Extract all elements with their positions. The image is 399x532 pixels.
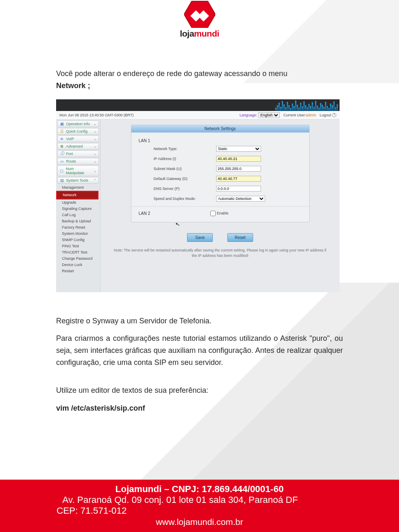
p-editor: Utilize um editor de textos de sua prefe… (56, 384, 343, 397)
current-user-label: Current User: (283, 113, 306, 117)
chevron-down-icon: ⌄ (94, 144, 97, 148)
sub-call-log[interactable]: Call Log (62, 212, 100, 218)
sidebar-item-num-manipulate[interactable]: ▢Num Manipulate⌄ (57, 165, 99, 176)
sub-signaling-capture[interactable]: Signaling Capture (62, 206, 100, 212)
language-select[interactable]: English (258, 112, 280, 118)
subnet-mask-input[interactable] (216, 166, 261, 172)
sub-management[interactable]: Management (62, 185, 100, 191)
sub-backup-upload[interactable]: Backup & Upload (62, 218, 100, 224)
dns-server-input[interactable] (216, 186, 261, 192)
lan1-label: LAN 1 (131, 136, 309, 144)
lan2-label: LAN 2 (131, 211, 150, 216)
sidebar-item-voip[interactable]: ≋VoIP⌄ (57, 135, 99, 142)
network-type-select[interactable]: Static (216, 146, 261, 152)
chevron-down-icon: ⌄ (94, 169, 97, 173)
language-link[interactable]: Language: (239, 113, 257, 117)
default-gateway-label: Default Gateway (D) (154, 177, 216, 181)
sub-system-monitor[interactable]: System Monitor (62, 231, 100, 237)
restart-note: Note: The service will be restarted auto… (101, 248, 340, 259)
ip-address-input[interactable] (216, 156, 261, 162)
speed-duplex-select[interactable]: Automatic Detection (216, 196, 265, 202)
brand-logo: lojamundi (0, 0, 399, 39)
network-type-label: Network Type: (154, 147, 216, 151)
reset-button[interactable]: Reset (227, 233, 253, 242)
footer-company: Lojamundi – CNPJ: 17.869.444/0001-60 (0, 484, 399, 495)
brand-text: lojamundi (0, 29, 399, 39)
lan2-enable-checkbox[interactable] (210, 211, 216, 216)
page-footer: Lojamundi – CNPJ: 17.869.444/0001-60 Av.… (0, 480, 399, 532)
chevron-down-icon: ⌄ (94, 159, 97, 163)
sidebar: ▦Operation Info⌄ ☰Quick Config⌄ ≋VoIP⌄ ✿… (56, 120, 101, 292)
p-vim-command: vim /etc/asterisk/sip.conf (56, 402, 343, 414)
sub-device-lock[interactable]: Device Lock (62, 262, 100, 268)
footer-url: www.lojamundi.com.br (0, 517, 399, 527)
equalizer-icon (275, 100, 338, 111)
sidebar-item-quick-config[interactable]: ☰Quick Config⌄ (57, 128, 99, 135)
sidebar-item-operation-info[interactable]: ▦Operation Info⌄ (57, 121, 99, 127)
sidebar-item-port[interactable]: ⓘPort⌄ (57, 150, 99, 157)
ip-address-label: IP Address (I) (154, 157, 216, 161)
screenshot-network-settings: Mon Jun 08 2015 13:40:50 GMT-0300 (BRT) … (56, 99, 340, 292)
sub-factory-reset[interactable]: Factory Reset (62, 224, 100, 231)
p-asterisk: Para criarmos a configurações neste tuto… (56, 332, 343, 368)
chevron-up-icon: ⌃ (94, 178, 97, 182)
sub-restart[interactable]: Restart (62, 268, 100, 274)
speed-duplex-label: Speed and Duplex Mode: (154, 197, 216, 201)
chevron-down-icon: ⌄ (94, 129, 97, 133)
shot-datetime: Mon Jun 08 2015 13:40:50 GMT-0300 (BRT) (59, 113, 133, 117)
p-register: Registre o Synway a um Servidor de Telef… (56, 315, 343, 327)
sub-tracert-test[interactable]: TRACERT Test (62, 249, 100, 256)
sub-ping-test[interactable]: PING Test (62, 243, 100, 249)
logout-link[interactable]: Logout (320, 113, 331, 117)
enable-label: Enable (217, 211, 229, 215)
power-icon[interactable] (332, 113, 336, 117)
shot-header-band (56, 99, 340, 111)
sub-change-password[interactable]: Change Password (62, 256, 100, 262)
sidebar-item-route[interactable]: ▭Route⌄ (57, 158, 99, 165)
chevron-down-icon: ⌄ (94, 122, 97, 126)
save-button[interactable]: Save (187, 233, 213, 242)
footer-cep: CEP: 71.571-012 (0, 505, 399, 516)
sidebar-item-advanced[interactable]: ✿Advanced⌄ (57, 143, 99, 150)
sub-upgrade[interactable]: Upgrade (62, 200, 100, 206)
panel-title: Network Settings (131, 125, 309, 133)
dns-server-label: DNS Server (P) (154, 187, 216, 191)
chevron-down-icon: ⌄ (94, 137, 97, 141)
intro-paragraph: Você pode alterar o endereço de rede do … (56, 68, 343, 92)
chevron-down-icon: ⌄ (94, 152, 97, 156)
default-gateway-input[interactable] (216, 176, 261, 182)
sidebar-item-system-tools[interactable]: ▤System Tools⌃ (57, 177, 99, 184)
sub-network[interactable]: Network (56, 191, 99, 200)
subnet-mask-label: Subnet Mask (U) (154, 167, 216, 171)
current-user-value: admin (306, 113, 316, 117)
network-settings-panel: Network Settings LAN 1 Network Type:Stat… (131, 125, 310, 222)
sub-snmp-config[interactable]: SNMP Config (62, 237, 100, 243)
footer-address: Av. Paranoá Qd. 09 conj. 01 lote 01 sala… (0, 495, 399, 505)
hex-icon (184, 1, 215, 28)
